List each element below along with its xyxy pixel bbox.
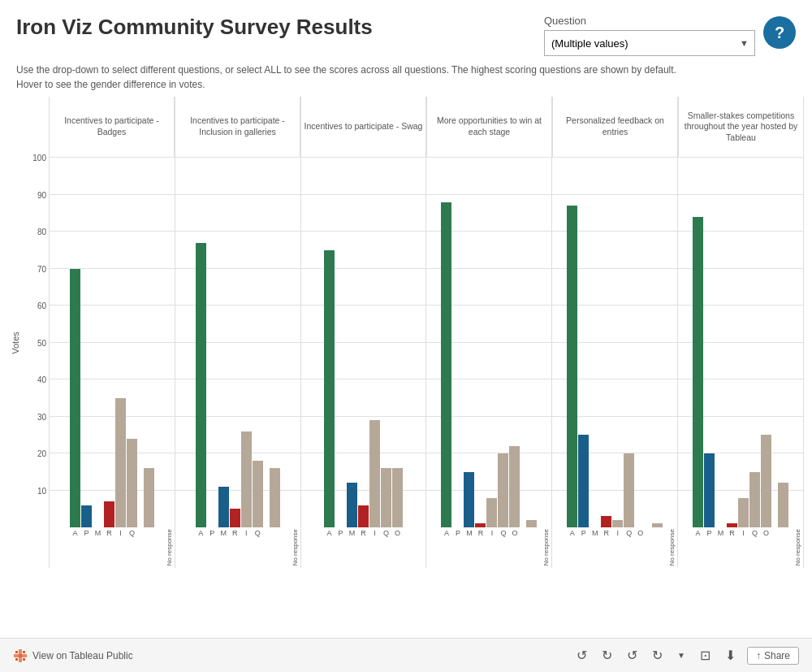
y-tick-100: 100 [32, 154, 46, 163]
help-button[interactable]: ? [763, 16, 796, 49]
x-label-4-3: R [601, 529, 611, 537]
bar-1-4[interactable] [241, 431, 252, 527]
x-label-3-1: P [452, 529, 463, 537]
bar-2-2[interactable] [347, 483, 357, 527]
x-label-3-0: A [441, 529, 451, 537]
x-labels-1: APMRIQ [175, 527, 300, 537]
tableau-public-link[interactable]: View on Tableau Public [13, 648, 573, 663]
x-label-2-3: R [358, 529, 369, 537]
bar-1-0[interactable] [196, 243, 206, 527]
download-button[interactable]: ⬇ [722, 646, 739, 665]
bar-3-6[interactable] [509, 446, 520, 527]
y-tick-70: 70 [37, 264, 46, 273]
question-select-wrapper[interactable]: (Multiple values) [544, 30, 755, 56]
x-label-5-1: P [704, 529, 715, 537]
bar-0-1[interactable] [81, 505, 92, 527]
x-label-3-6: O [509, 529, 520, 537]
x-label-0-0: A [70, 529, 80, 537]
x-label-1-4: I [241, 529, 252, 537]
undo-button[interactable]: ↺ [573, 646, 590, 665]
column-headers: Incentives to participate - Badges Incen… [49, 97, 804, 158]
no-response-text-5: No response [795, 529, 801, 566]
x-section-0: No responseAPMRIQ [49, 527, 175, 568]
no-response-bar-5-0[interactable] [778, 483, 788, 527]
bar-plot [49, 158, 804, 527]
bar-2-6[interactable] [392, 468, 403, 527]
bar-0-5[interactable] [127, 439, 137, 527]
no-response-text-4: No response [669, 529, 676, 566]
x-label-2-1: P [335, 529, 346, 537]
bar-0-0[interactable] [70, 269, 80, 528]
y-axis-label-container: Votes [8, 158, 23, 527]
bar-1-5[interactable] [253, 461, 263, 527]
bars-wrap-5 [678, 158, 803, 527]
bar-3-2[interactable] [464, 472, 474, 527]
bar-5-1[interactable] [704, 453, 715, 527]
bar-section-3 [426, 158, 552, 527]
x-section-1: No responseAPMRIQ [175, 527, 301, 568]
bar-1-2[interactable] [218, 487, 229, 527]
bar-4-3[interactable] [601, 516, 611, 527]
no-response-bar-0-0[interactable] [144, 468, 154, 527]
main-container: Iron Viz Community Survey Results Questi… [0, 0, 812, 672]
col-header-0: Incentives to participate - Badges [49, 97, 175, 157]
x-label-4-4: I [612, 529, 623, 537]
bar-4-0[interactable] [567, 206, 577, 527]
bar-2-5[interactable] [381, 468, 391, 527]
x-label-1-0: A [196, 529, 206, 537]
bar-0-4[interactable] [115, 398, 126, 527]
x-label-0-4: I [115, 529, 126, 537]
bars-wrap-4 [552, 158, 677, 527]
col-header-1: Incentives to participate - Inclusion in… [175, 97, 300, 157]
x-section-2: APMRIQO [301, 527, 427, 568]
redo2-dropdown[interactable]: ▼ [674, 649, 689, 661]
no-response-bar-1-0[interactable] [270, 468, 280, 527]
x-labels-2: APMRIQO [301, 527, 426, 537]
x-label-5-3: R [727, 529, 737, 537]
svg-rect-4 [15, 658, 18, 661]
bar-section-1 [175, 158, 301, 527]
no-response-text-3: No response [543, 529, 550, 566]
x-label-2-6: O [392, 529, 403, 537]
subtitle-line1: Use the drop-down to select different qu… [16, 63, 796, 77]
tableau-public-text: View on Tableau Public [32, 650, 133, 661]
bar-3-4[interactable] [486, 498, 497, 527]
bar-3-5[interactable] [498, 453, 508, 527]
y-tick-60: 60 [37, 301, 46, 310]
redo2-button[interactable]: ↻ [649, 646, 666, 665]
bar-0-3[interactable] [104, 501, 114, 527]
bar-2-3[interactable] [358, 505, 369, 527]
redo-button[interactable]: ↻ [598, 646, 615, 665]
bar-2-0[interactable] [324, 250, 335, 527]
toolbar-icons: ↺ ↻ ↺ ↻ ▼ ⊡ ⬇ ↑ Share [573, 646, 799, 665]
bar-5-6[interactable] [761, 435, 771, 527]
bar-4-5[interactable] [624, 453, 634, 527]
bar-5-4[interactable] [738, 498, 749, 527]
y-tick-10: 10 [37, 486, 46, 495]
bar-2-4[interactable] [369, 420, 380, 527]
bar-5-0[interactable] [693, 217, 703, 527]
question-select[interactable]: (Multiple values) [544, 30, 755, 56]
tableau-icon [13, 648, 28, 663]
view-button[interactable]: ⊡ [697, 646, 714, 665]
x-label-1-5: Q [253, 529, 263, 537]
bars-wrap-1 [175, 158, 300, 527]
x-label-5-6: O [761, 529, 771, 537]
bar-1-3[interactable] [230, 509, 240, 527]
x-label-2-4: I [369, 529, 380, 537]
no-response-text-0: No response [166, 529, 173, 566]
y-axis-label: Votes [11, 332, 20, 354]
undo2-button[interactable]: ↺ [624, 646, 641, 665]
bar-4-1[interactable] [578, 435, 589, 527]
bar-3-0[interactable] [441, 202, 451, 527]
bar-5-5[interactable] [749, 472, 760, 527]
bar-section-2 [301, 158, 427, 527]
no-response-bar-3-0[interactable] [526, 520, 537, 527]
y-ticks-area: 100908070605040302010 [23, 158, 49, 527]
bar-4-4[interactable] [612, 520, 623, 527]
y-tick-20: 20 [37, 449, 46, 458]
x-label-1-1: P [207, 529, 218, 537]
col-header-3: More opportunities to win at each stage [426, 97, 552, 157]
share-button[interactable]: ↑ Share [747, 647, 799, 665]
y-tick-30: 30 [37, 412, 46, 421]
